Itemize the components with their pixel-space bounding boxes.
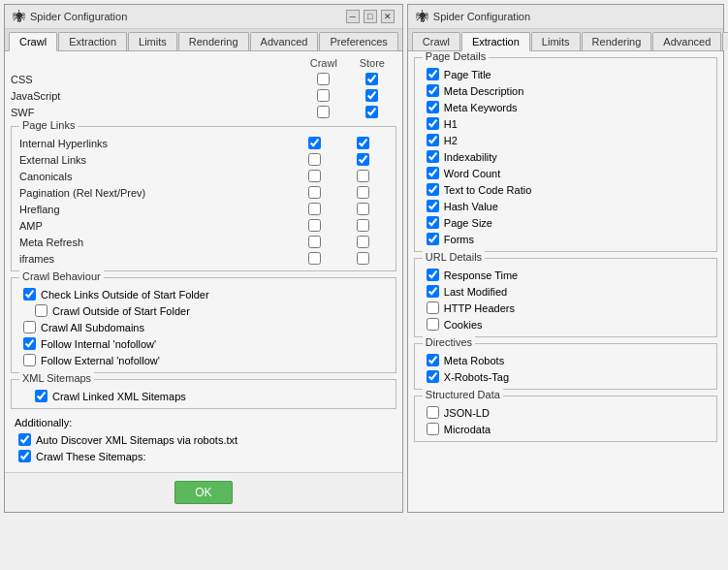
meta-refresh-store[interactable] <box>357 236 369 248</box>
canonicals-store[interactable] <box>357 170 369 182</box>
additionally-label: Additionally: <box>15 417 393 428</box>
ok-button[interactable]: OK <box>174 481 232 504</box>
check-page-size: Page Size <box>423 214 709 231</box>
row-swf: SWF <box>11 104 396 120</box>
left-title-bar: 🕷 Spider Configuration ─ □ ✕ <box>5 5 402 29</box>
check-response-time: Response Time <box>423 267 709 283</box>
word-count-checkbox[interactable] <box>427 167 439 179</box>
check-auto-discover: Auto Discover XML Sitemaps via robots.tx… <box>15 431 393 448</box>
maximize-btn-left[interactable]: □ <box>364 10 377 23</box>
microdata-checkbox[interactable] <box>427 423 439 435</box>
structured-data-section: Structured Data JSON-LD Microdata <box>414 396 717 442</box>
h1-checkbox[interactable] <box>427 117 439 130</box>
last-modified-checkbox[interactable] <box>427 285 439 298</box>
css-store-checkbox[interactable] <box>365 73 378 85</box>
right-title-bar: 🕷 Spider Configuration <box>408 5 723 29</box>
url-details-section: URL Details Response Time Last Modified … <box>414 258 717 337</box>
iframes-store[interactable] <box>357 252 369 265</box>
meta-keywords-checkbox[interactable] <box>427 101 439 113</box>
tab-limits-left[interactable]: Limits <box>128 32 177 50</box>
follow-external-checkbox[interactable] <box>23 354 36 366</box>
hreflang-crawl[interactable] <box>308 203 321 215</box>
iframes-crawl[interactable] <box>308 252 321 265</box>
tab-preferences-left[interactable]: Preferences <box>319 32 397 50</box>
spider-icon-right: 🕷 <box>416 9 429 24</box>
http-headers-checkbox[interactable] <box>427 301 439 314</box>
json-ld-checkbox[interactable] <box>427 406 439 419</box>
swf-crawl-checkbox[interactable] <box>317 106 330 118</box>
tab-limits-right[interactable]: Limits <box>531 32 581 50</box>
tab-crawl-left[interactable]: Crawl <box>9 32 57 51</box>
left-window: 🕷 Spider Configuration ─ □ ✕ Crawl Extra… <box>4 4 403 513</box>
crawl-linked-xml-checkbox[interactable] <box>35 390 47 402</box>
external-store[interactable] <box>357 153 369 166</box>
response-time-checkbox[interactable] <box>427 269 439 281</box>
tab-extraction-right[interactable]: Extraction <box>461 32 530 51</box>
crawl-behaviour-section: Crawl Behaviour Check Links Outside of S… <box>11 277 396 373</box>
right-window-title: Spider Configuration <box>433 11 530 22</box>
tab-advanced-right[interactable]: Advanced <box>652 32 721 50</box>
left-tabs: Crawl Extraction Limits Rendering Advanc… <box>5 29 402 51</box>
crawl-outside-checkbox[interactable] <box>35 304 47 317</box>
all-subdomains-checkbox[interactable] <box>23 321 36 333</box>
page-size-checkbox[interactable] <box>427 216 439 229</box>
col-headers: Crawl Store <box>11 57 396 71</box>
tab-crawl-right[interactable]: Crawl <box>412 32 460 50</box>
x-robots-checkbox[interactable] <box>427 370 439 383</box>
check-all-subdomains: Crawl All Subdomains <box>19 319 388 335</box>
page-title-checkbox[interactable] <box>427 68 439 80</box>
external-crawl[interactable] <box>308 153 321 166</box>
pagination-crawl[interactable] <box>308 186 321 199</box>
indexability-checkbox[interactable] <box>427 150 439 163</box>
crawl-these-checkbox[interactable] <box>18 450 31 462</box>
check-hash-value: Hash Value <box>423 198 709 214</box>
hreflang-store[interactable] <box>357 203 369 215</box>
row-internal-hyperlinks: Internal Hyperlinks <box>19 135 388 151</box>
meta-desc-checkbox[interactable] <box>427 84 439 97</box>
tab-extraction-left[interactable]: Extraction <box>58 32 127 50</box>
check-text-to-code: Text to Code Ratio <box>423 181 709 198</box>
check-crawl-outside: Crawl Outside of Start Folder <box>19 302 388 319</box>
close-btn-left[interactable]: ✕ <box>381 10 395 23</box>
left-content: Crawl Store CSS JavaScript SWF Page Link… <box>5 51 402 472</box>
check-cookies: Cookies <box>423 316 709 332</box>
js-store-checkbox[interactable] <box>365 89 378 102</box>
follow-internal-checkbox[interactable] <box>23 337 36 350</box>
hash-value-checkbox[interactable] <box>427 200 439 212</box>
internal-store[interactable] <box>357 137 369 149</box>
auto-discover-checkbox[interactable] <box>18 433 31 446</box>
check-follow-internal: Follow Internal 'nofollow' <box>19 335 388 352</box>
check-h1: H1 <box>423 115 709 132</box>
page-details-label: Page Details <box>423 51 489 62</box>
directives-section: Directives Meta Robots X-Robots-Tag <box>414 343 717 390</box>
internal-crawl[interactable] <box>308 137 321 149</box>
tab-preferences-right[interactable]: Preferences <box>722 32 728 50</box>
amp-crawl[interactable] <box>308 219 321 232</box>
swf-store-checkbox[interactable] <box>365 106 378 118</box>
canonicals-crawl[interactable] <box>308 170 321 182</box>
css-crawl-checkbox[interactable] <box>317 73 330 85</box>
js-crawl-checkbox[interactable] <box>317 89 330 102</box>
directives-label: Directives <box>423 336 475 348</box>
amp-store[interactable] <box>357 219 369 232</box>
meta-refresh-crawl[interactable] <box>308 236 321 248</box>
spider-icon-left: 🕷 <box>13 9 26 24</box>
minimize-btn-left[interactable]: ─ <box>346 10 360 23</box>
xml-sitemaps-section: XML Sitemaps Crawl Linked XML Sitemaps <box>11 379 396 409</box>
url-details-label: URL Details <box>423 251 485 263</box>
forms-checkbox[interactable] <box>427 233 439 245</box>
row-external-links: External Links <box>19 151 388 168</box>
cookies-checkbox[interactable] <box>427 318 439 331</box>
row-meta-refresh: Meta Refresh <box>19 234 388 250</box>
h2-checkbox[interactable] <box>427 134 439 146</box>
tab-rendering-left[interactable]: Rendering <box>178 32 249 50</box>
check-last-modified: Last Modified <box>423 283 709 300</box>
text-to-code-checkbox[interactable] <box>427 183 439 196</box>
tab-advanced-left[interactable]: Advanced <box>250 32 319 50</box>
tab-rendering-right[interactable]: Rendering <box>582 32 652 50</box>
pagination-store[interactable] <box>357 186 369 199</box>
meta-robots-checkbox[interactable] <box>427 354 439 366</box>
right-content: Page Details Page Title Meta Description… <box>408 51 723 512</box>
page-details-section: Page Details Page Title Meta Description… <box>414 57 717 252</box>
outside-start-checkbox[interactable] <box>23 288 36 301</box>
